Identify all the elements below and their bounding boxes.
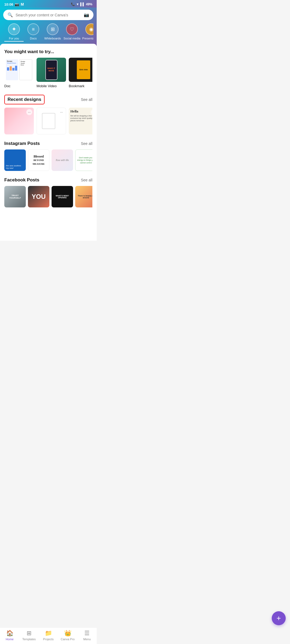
list-item[interactable]: flow with life xyxy=(52,149,73,171)
doc-card-image: DesignVisual Docs DesignVisualDocs xyxy=(4,58,34,82)
phone-inner-text: MAKE ITMOVE xyxy=(47,67,56,73)
bottom-spacer xyxy=(4,214,92,235)
instagram-see-all[interactable]: See all xyxy=(81,141,92,146)
camera-icon[interactable]: 📷 xyxy=(84,12,89,17)
list-item[interactable]: WHAT'S NEW? OPENING xyxy=(52,186,73,207)
recent-section-header: Recent designs See all xyxy=(4,95,92,104)
fb-text-4: There is beauty all around xyxy=(75,194,92,200)
list-item[interactable]: Don't waste your energy on things you ca… xyxy=(75,149,92,171)
insta-text-4: Don't waste your energy on things you ca… xyxy=(77,156,92,164)
white-shape xyxy=(42,113,55,129)
status-right: 📞 ▼ ▌▌ 49% xyxy=(71,2,92,6)
doc-preview: DesignVisual Docs DesignVisualDocs xyxy=(4,58,34,82)
header: 🔍 📷 ✦ For you ≡ Docs ⊞ Whiteboards ♡ xyxy=(0,8,97,46)
list-item[interactable]: Hella We will be dropping a few more exc… xyxy=(69,108,92,134)
doc-sheet-1: DesignVisual Docs xyxy=(6,59,18,80)
phone-frame: MAKE ITMOVE xyxy=(45,60,57,80)
main-content: You might want to try... DesignVisual Do… xyxy=(0,44,97,241)
facebook-section-header: Facebook Posts See all xyxy=(4,177,92,183)
instagram-icon: 📷 xyxy=(15,2,19,6)
recent-see-all[interactable]: See all xyxy=(81,97,92,102)
insta-text-3: flow with life xyxy=(56,159,69,162)
sidebar-item-presentations[interactable]: ◉ Presentations xyxy=(82,23,93,42)
sidebar-item-for-you[interactable]: ✦ For you xyxy=(4,23,24,42)
call-icon: 📞 xyxy=(71,2,75,6)
doc-title-1: DesignVisual Docs xyxy=(7,60,17,64)
sidebar-item-docs[interactable]: ≡ Docs xyxy=(24,23,43,42)
time: 10:06 xyxy=(4,2,13,6)
hello-body: We will be dropping a few more exclusive… xyxy=(70,115,92,122)
categories-row: ✦ For you ≡ Docs ⊞ Whiteboards ♡ Social … xyxy=(3,20,93,42)
instagram-title: Instagram Posts xyxy=(4,141,40,146)
doc-chart xyxy=(7,65,17,71)
m-icon: M xyxy=(21,2,24,6)
recent-cards-row: ··· ··· Hella We will be dropping a few … xyxy=(4,108,92,134)
facebook-title: Facebook Posts xyxy=(4,177,39,183)
docs-label: Docs xyxy=(30,37,37,40)
doc-sheet-2: DesignVisualDocs xyxy=(19,59,32,80)
hello-title: Hella xyxy=(70,109,92,114)
for-you-icon: ✦ xyxy=(8,23,20,35)
bookmark-preview: Shh hhh xyxy=(69,58,92,82)
list-item[interactable]: BlessedBEYOND MEASURE xyxy=(28,149,49,171)
list-item[interactable]: TRUST YOURSELF xyxy=(4,186,26,207)
fb-text-2: YOU xyxy=(32,193,46,200)
bookmark-label: Bookmark xyxy=(69,84,85,88)
bookmark-inner: Shh hhh xyxy=(77,60,90,79)
list-item[interactable]: ··· xyxy=(4,108,34,134)
fb-text-3: WHAT'S NEW? OPENING xyxy=(52,194,73,200)
instagram-cards-row: the sea soothes my soul BlessedBEYOND ME… xyxy=(4,149,92,171)
sidebar-item-social-media[interactable]: ♡ Social media xyxy=(62,23,82,42)
try-card-doc[interactable]: DesignVisual Docs DesignVisualDocs Doc xyxy=(4,58,34,88)
status-bar: 10:06 📷 M 📞 ▼ ▌▌ 49% xyxy=(0,0,97,8)
wifi-icon: ▼ xyxy=(76,2,79,6)
try-card-mobile-video[interactable]: MAKE ITMOVE Mobile Video xyxy=(37,58,66,88)
docs-icon: ≡ xyxy=(27,23,39,35)
fb-text-1: TRUST YOURSELF xyxy=(4,193,26,200)
list-item[interactable]: There is beauty all around xyxy=(75,186,92,207)
social-icon: ♡ xyxy=(66,23,78,35)
card-menu-button[interactable]: ··· xyxy=(26,109,32,115)
status-left: 10:06 📷 M xyxy=(4,2,24,6)
sidebar-item-whiteboards[interactable]: ⊞ Whiteboards xyxy=(43,23,62,42)
bookmark-image: Shh hhh xyxy=(69,58,92,82)
signal-icon: ▌▌ xyxy=(80,2,85,6)
whiteboards-icon: ⊞ xyxy=(47,23,59,35)
list-item[interactable]: the sea soothes my soul xyxy=(4,149,26,171)
recent-title: Recent designs xyxy=(8,97,41,102)
presentations-icon: ◉ xyxy=(85,23,93,35)
facebook-cards-row: TRUST YOURSELF YOU WHAT'S NEW? OPENING T… xyxy=(4,186,92,207)
presentations-label: Presentations xyxy=(82,37,93,40)
hello-design: Hella We will be dropping a few more exc… xyxy=(69,108,92,134)
card-menu-button[interactable]: ··· xyxy=(59,109,64,115)
try-cards-row: DesignVisual Docs DesignVisualDocs Doc xyxy=(4,58,92,88)
insta-blessed: BlessedBEYOND MEASURE xyxy=(28,155,49,166)
search-icon: 🔍 xyxy=(8,12,13,17)
insta-text-1: the sea soothes my soul xyxy=(6,164,24,169)
whiteboards-label: Whiteboards xyxy=(44,37,61,40)
facebook-see-all[interactable]: See all xyxy=(81,178,92,182)
mobile-video-preview: MAKE ITMOVE xyxy=(37,58,66,82)
mobile-video-image: MAKE ITMOVE xyxy=(37,58,66,82)
list-item[interactable]: ··· xyxy=(37,108,66,134)
list-item[interactable]: YOU xyxy=(28,186,49,207)
doc-label: Doc xyxy=(4,84,10,88)
search-input[interactable] xyxy=(16,13,81,17)
search-bar[interactable]: 🔍 📷 xyxy=(3,10,93,20)
recent-title-box: Recent designs xyxy=(4,95,45,104)
instagram-section-header: Instagram Posts See all xyxy=(4,141,92,146)
bookmark-text: Shh hhh xyxy=(79,68,88,71)
try-card-bookmark[interactable]: Shh hhh Bookmark xyxy=(69,58,92,88)
try-section-header: You might want to try... xyxy=(4,49,92,54)
try-title: You might want to try... xyxy=(4,49,54,54)
mobile-video-label: Mobile Video xyxy=(37,84,57,88)
for-you-label: For you xyxy=(9,37,19,40)
social-label: Social media xyxy=(64,37,81,40)
battery: 49% xyxy=(86,2,92,6)
